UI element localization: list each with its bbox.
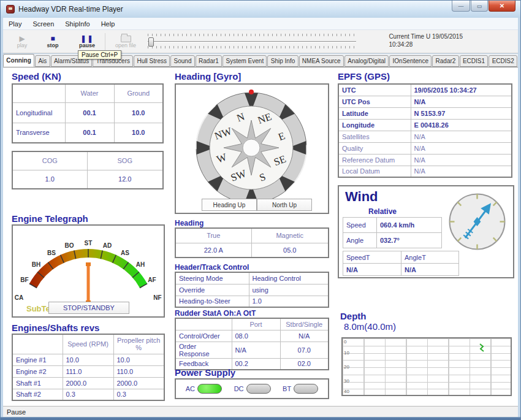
open-file-button[interactable]: open file (108, 32, 143, 52)
engines-col-pitch: Propeller pitch % (113, 334, 164, 354)
slider-track[interactable] (148, 41, 356, 42)
minimize-button[interactable]: — (452, 1, 470, 12)
slider-thumb[interactable] (148, 37, 154, 47)
menu-shipinfo[interactable]: ShipInfo (59, 18, 95, 29)
telegraph-scale-nf: NF (153, 294, 161, 301)
tab-nmea-source[interactable]: NMEA Source (299, 55, 344, 67)
pause-tooltip: Pause Ctrl+P (78, 50, 121, 59)
stop-standby-button[interactable]: STOP/STANDBY (48, 302, 129, 314)
toolbar-separator (105, 33, 105, 50)
tab-ecdis2[interactable]: ECDIS2 (489, 55, 517, 67)
telegraph-scale-bo: BO (65, 242, 74, 249)
power-supply-title: Power Supply (175, 367, 235, 378)
tab-ais[interactable]: Ais (35, 55, 50, 67)
pause-button[interactable]: ❚❚ pause (72, 32, 102, 52)
gyro-title: Heading [Gyro] (175, 71, 241, 82)
table-row: N/A N/A (343, 264, 459, 276)
table-row: Latitude N 5153.97 (338, 107, 512, 119)
tab-radar2[interactable]: Radar2 (432, 55, 458, 67)
table-row: Longitudinal 00.1 10.0 (12, 102, 163, 123)
heading-up-button[interactable]: Heading Up (202, 199, 257, 211)
wind-anglet-label: AngleT (401, 251, 459, 264)
current-time: Current Time U 19/05/2015 10:34:28 (389, 32, 463, 48)
maximize-button[interactable]: ▭ (471, 1, 488, 12)
epfs-table: UTC 19/05/2015 10:34:27 UTC Pos N/A Lati… (338, 83, 512, 178)
wind-speedt-value: N/A (343, 264, 401, 276)
table-row: Satellites N/A (338, 131, 512, 142)
depth-tick-20: 20 (344, 364, 349, 370)
table-row: Shaft #2 0.3 0.3 (12, 389, 164, 400)
wind-panel: Wind Relative Speed 060.4 km/h Angle 032… (338, 185, 514, 278)
stop-icon: ■ (50, 35, 55, 42)
play-icon: ▶ (19, 35, 25, 42)
app-window: Headway VDR Real-time Player — ▭ ✕ Play … (0, 0, 521, 420)
conning-page: Speed (KN) Water Ground Longitudinal 00.… (3, 67, 518, 406)
wind-speed-value: 060.4 km/h (377, 218, 442, 233)
compass-w: W (215, 151, 229, 166)
slider-ticks-top (148, 34, 356, 36)
wind-relative-table: Speed 060.4 km/h Angle 032.7° (343, 217, 442, 248)
heading-true-value: 22.0 A (175, 243, 251, 258)
north-up-button[interactable]: North Up (257, 199, 312, 211)
bt-indicator-off (294, 384, 318, 394)
close-button[interactable]: ✕ (489, 1, 515, 12)
telegraph-scale-st: ST (85, 240, 93, 246)
power-supply-panel: AC DC BT (175, 378, 329, 399)
table-row: Control/Order 08.0 N/A (175, 330, 329, 342)
depth-marker-icon (479, 343, 485, 352)
tab-analog-digital[interactable]: Analog/Digital (344, 55, 389, 67)
stop-button[interactable]: ■ stop (37, 32, 68, 52)
status-bar: Pause (3, 406, 518, 417)
sog-label: SOG (87, 151, 163, 170)
tab-radar1[interactable]: Radar1 (196, 55, 222, 67)
speed-col-ground: Ground (114, 84, 163, 102)
tab-conning[interactable]: Conning (3, 54, 34, 67)
depth-chart: 0 10 20 30 40 (341, 337, 512, 396)
table-row: 1.0 12.0 (12, 170, 163, 189)
compass-s: S (258, 171, 268, 185)
play-button[interactable]: ▶ play (7, 32, 37, 52)
ac-indicator-on (197, 384, 222, 394)
table-row: Override using (175, 284, 329, 296)
pause-icon: ❚❚ (80, 35, 94, 42)
tab-sound[interactable]: Sound (170, 55, 195, 67)
engine-telegraph-panel: CA BF BH BS BO ST AD AS AH AF NF SubTel … (12, 224, 165, 318)
table-row: Local Datum N/A (338, 166, 512, 177)
menu-help[interactable]: Help (96, 18, 121, 29)
gyro-compass-panel: N NE E SE S SW W NW Heading Up North Up (175, 83, 329, 214)
tab-hull-stress[interactable]: Hull Stress (134, 55, 170, 67)
rudder-col-port: Port (232, 318, 280, 330)
playback-slider[interactable] (143, 32, 359, 51)
wind-true-table: SpeedT AngleT N/A N/A (343, 251, 459, 276)
tab-system-event[interactable]: System Event (222, 55, 267, 67)
menu-screen[interactable]: Screen (27, 18, 59, 29)
table-row: Angle 032.7° (343, 233, 442, 248)
heading-magnetic-value: 05.0 (251, 243, 329, 258)
cog-sog-table: COG SOG 1.0 12.0 (12, 151, 164, 189)
depth-title: Depth (340, 311, 367, 321)
power-ac: AC (186, 384, 222, 394)
table-row: Quality N/A (338, 142, 512, 154)
wind-speed-label: Speed (343, 218, 377, 233)
tab-ship-info[interactable]: Ship Info (267, 55, 298, 67)
title-bar: Headway VDR Real-time Player — ▭ ✕ (1, 1, 520, 18)
power-bt: BT (283, 384, 318, 394)
compass-se: SE (272, 153, 287, 169)
engines-col-speed: Speed (RPM) (63, 334, 113, 354)
telegraph-scale-af: AF (148, 277, 156, 283)
engines-title: Engines/Shafts revs (12, 323, 99, 333)
tab-ionsentence[interactable]: IOnSentence (389, 55, 432, 67)
speed-title: Speed (KN) (12, 71, 61, 82)
heading-table: True Magnetic 22.0 A 05.0 (175, 227, 329, 258)
window-title: Headway VDR Real-time Player (18, 5, 123, 13)
epfs-title: EPFS (GPS) (338, 71, 390, 82)
menu-play[interactable]: Play (3, 18, 27, 29)
wind-title: Wind (345, 189, 378, 205)
telegraph-scale-ca: CA (15, 294, 23, 301)
tab-ecdis1[interactable]: ECDIS1 (460, 55, 489, 67)
depth-tick-10: 10 (344, 350, 349, 356)
depth-tick-30: 30 (344, 378, 349, 384)
wind-anglet-value: N/A (401, 264, 459, 276)
wind-speedt-label: SpeedT (343, 251, 401, 264)
rudder-table: Port Stbrd/Single Control/Order 08.0 N/A… (175, 318, 329, 370)
